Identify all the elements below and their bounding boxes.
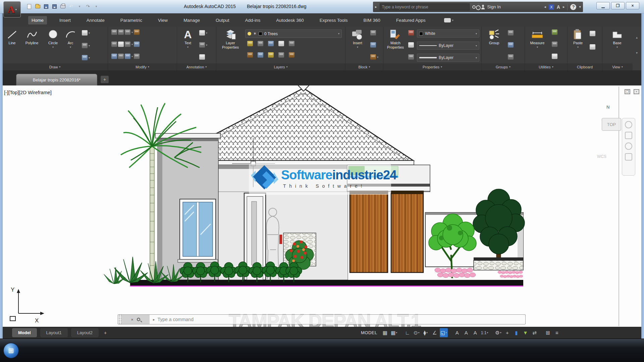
match-properties-button[interactable]: Match Properties <box>384 28 407 49</box>
table-icon[interactable] <box>199 54 205 60</box>
mirror-icon[interactable] <box>118 42 124 47</box>
annotation-visibility-icon[interactable]: A <box>453 328 461 337</box>
panel-label-block[interactable]: Block▾ <box>345 63 383 70</box>
group-edit-icon[interactable] <box>508 42 514 48</box>
infocenter-collapse-icon[interactable]: ▸ <box>375 5 377 9</box>
help-dropdown-icon[interactable]: ▾ <box>579 5 581 9</box>
grid-display-icon[interactable]: ▦ <box>381 328 389 337</box>
group-selection-icon[interactable] <box>508 54 514 60</box>
panel-label-draw[interactable]: Draw▾ <box>2 63 108 70</box>
stretch-icon[interactable] <box>111 54 117 59</box>
search-input[interactable]: Type a keyword or phrase <box>380 3 470 10</box>
tab-addins[interactable]: Add-ins <box>241 16 264 24</box>
model-space-indicator[interactable]: MODEL <box>358 330 380 335</box>
undo-dropdown-icon[interactable]: ▾ <box>76 3 83 9</box>
tab-autodesk360[interactable]: Autodesk 360 <box>273 16 307 24</box>
panel-label-layers[interactable]: Layers▾ <box>216 63 345 70</box>
scale-icon[interactable] <box>118 54 124 59</box>
object-snap-tracking-icon[interactable]: ∠ <box>431 328 439 337</box>
explode-icon[interactable] <box>134 42 140 47</box>
tab-annotate[interactable]: Annotate <box>83 16 108 24</box>
measure-button[interactable]: Measure▾ <box>526 28 548 49</box>
annotation-monitor-icon[interactable]: ▼ <box>521 328 529 337</box>
array-icon[interactable] <box>125 54 130 59</box>
ribbon-scroll-up-icon[interactable]: ▴ <box>636 36 638 39</box>
create-block-icon[interactable] <box>370 30 376 36</box>
viewcube-compass-north[interactable]: N <box>606 105 609 110</box>
text-button[interactable]: A Text▾ <box>179 28 197 49</box>
search-binoculars-icon[interactable] <box>472 5 476 9</box>
start-button[interactable]: ⊞ <box>3 343 19 358</box>
tab-bim360[interactable]: BIM 360 <box>360 16 384 24</box>
viewport-close-icon[interactable]: × <box>634 89 639 94</box>
ungroup-icon[interactable] <box>508 30 514 36</box>
prev-icon[interactable]: ◂ <box>544 5 546 9</box>
redo-icon[interactable]: ↷ <box>85 3 91 9</box>
panel-label-groups[interactable]: Groups▾ <box>482 63 525 70</box>
ellipse-icon[interactable] <box>82 43 88 48</box>
rotate-icon[interactable] <box>118 29 124 35</box>
linetype-dropdown[interactable]: ByLayer ▾ <box>417 42 479 50</box>
layer-make-current-icon[interactable] <box>247 52 253 58</box>
tab-featured-apps[interactable]: Featured Apps <box>393 16 429 24</box>
polar-tracking-icon[interactable]: ⊙▾ <box>413 328 421 337</box>
command-line-grip[interactable] <box>118 315 121 324</box>
leader-icon[interactable] <box>199 42 205 48</box>
copy-clip-icon[interactable] <box>590 44 595 50</box>
new-layout-button[interactable]: + <box>102 330 109 336</box>
save-icon[interactable] <box>43 3 49 9</box>
restore-button[interactable]: ❐ <box>611 2 625 9</box>
id-point-icon[interactable] <box>552 29 557 35</box>
undo-icon[interactable]: ↶ <box>68 3 74 9</box>
panel-label-properties[interactable]: Properties▾ <box>383 63 481 70</box>
group-button[interactable]: Group <box>484 28 504 45</box>
layer-match-icon[interactable] <box>258 52 263 58</box>
layer-on-icon[interactable] <box>248 32 251 36</box>
model-tab[interactable]: Model <box>12 328 37 337</box>
plot-icon[interactable] <box>60 3 66 9</box>
command-tools-icon[interactable] <box>137 318 140 321</box>
autodesk360-icon[interactable]: A <box>557 4 560 10</box>
layer-unlock-icon[interactable] <box>278 52 284 58</box>
layer-freeze-icon[interactable]: ☀ <box>253 32 257 36</box>
file-tab-active[interactable]: Belajar tropis 22082016* <box>16 74 97 85</box>
help-icon[interactable]: ? <box>570 4 576 10</box>
rectangle-icon[interactable] <box>82 30 88 36</box>
isometric-drafting-icon[interactable]: ⧫▾ <box>422 328 430 337</box>
tab-insert[interactable]: Insert <box>56 16 74 24</box>
qat-customize-icon[interactable]: ▾ <box>93 3 99 9</box>
tab-parametric[interactable]: Parametric <box>117 16 146 24</box>
trim-icon[interactable] <box>125 29 130 35</box>
ribbon-display-toggle[interactable]: ▾ <box>444 18 453 22</box>
layer-properties-button[interactable]: Layer Properties <box>218 28 243 49</box>
linetype-list-icon[interactable] <box>408 42 414 48</box>
layer-states-icon[interactable] <box>289 41 294 46</box>
dimension-icon[interactable] <box>199 30 205 36</box>
command-line-bar[interactable]: × ▸ Type a command <box>118 314 526 324</box>
arc-button[interactable]: Arc▾ <box>63 28 78 49</box>
exchange-apps-icon[interactable]: X <box>549 4 554 10</box>
layer-isolate-icon[interactable] <box>258 41 263 46</box>
new-drawing-tab-button[interactable]: + <box>101 76 109 83</box>
tab-output[interactable]: Output <box>212 16 233 24</box>
line-button[interactable]: Line <box>3 28 21 45</box>
polyline-button[interactable]: Polyline <box>21 28 42 45</box>
viewport-controls-label[interactable]: [-][Top][2D Wireframe] <box>4 90 52 95</box>
layer-lock-icon[interactable] <box>278 41 284 46</box>
new-file-icon[interactable] <box>26 3 32 9</box>
viewcube-wcs-menu[interactable]: WCS <box>597 154 606 159</box>
offset-icon[interactable] <box>134 54 140 59</box>
panel-label-view[interactable]: View▾ <box>602 63 633 70</box>
tab-manage[interactable]: Manage <box>180 16 203 24</box>
layout1-tab[interactable]: Layout1 <box>40 328 68 337</box>
copy-icon[interactable] <box>111 42 117 47</box>
properties-list-icon[interactable] <box>408 54 414 60</box>
tab-view[interactable]: View <box>155 16 171 24</box>
close-button[interactable]: × <box>626 2 639 9</box>
layout2-tab[interactable]: Layout2 <box>71 328 99 337</box>
clean-screen-icon[interactable]: ⊞ <box>544 328 552 337</box>
move-icon[interactable] <box>111 29 117 35</box>
edit-block-icon[interactable] <box>370 42 376 48</box>
tab-home[interactable]: Home <box>28 16 47 24</box>
layer-previous-icon[interactable] <box>268 52 274 58</box>
